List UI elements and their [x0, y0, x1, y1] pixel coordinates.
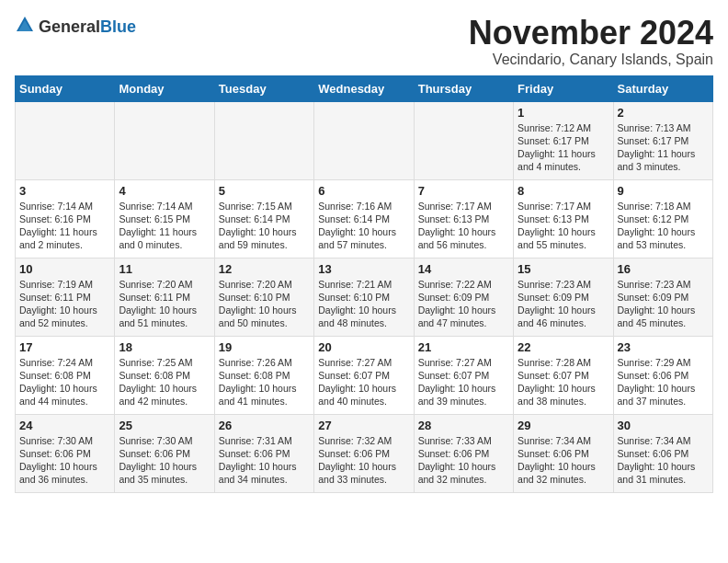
- day-number: 10: [19, 262, 110, 276]
- day-info-line: and 35 minutes.: [119, 474, 188, 485]
- day-info-line: Sunrise: 7:28 AM: [518, 357, 591, 368]
- day-info-line: and 59 minutes.: [219, 239, 288, 250]
- day-info-line: Sunrise: 7:30 AM: [19, 435, 93, 446]
- day-info-line: and 56 minutes.: [418, 239, 487, 250]
- day-info: Sunrise: 7:17 AMSunset: 6:13 PMDaylight:…: [418, 200, 509, 252]
- day-info-line: Daylight: 10 hours: [318, 304, 396, 316]
- day-info-line: and 36 minutes.: [19, 474, 88, 485]
- day-number: 11: [119, 262, 210, 276]
- page-subtitle: Vecindario, Canary Islands, Spain: [469, 52, 713, 68]
- day-info-line: and 2 minutes.: [19, 239, 83, 250]
- logo: GeneralBlue: [15, 15, 136, 39]
- day-info: Sunrise: 7:23 AMSunset: 6:09 PMDaylight:…: [518, 278, 609, 330]
- calendar-body: 1Sunrise: 7:12 AMSunset: 6:17 PMDaylight…: [16, 101, 713, 492]
- logo-general: General: [39, 17, 100, 36]
- day-info-line: Sunset: 6:07 PM: [518, 370, 589, 381]
- day-info: Sunrise: 7:34 AMSunset: 6:06 PMDaylight:…: [518, 434, 609, 487]
- day-info-line: Sunset: 6:15 PM: [119, 213, 190, 224]
- day-info-line: Sunset: 6:06 PM: [618, 448, 689, 459]
- day-info-line: Sunrise: 7:22 AM: [418, 279, 492, 290]
- week-row-2: 3Sunrise: 7:14 AMSunset: 6:16 PMDaylight…: [16, 179, 713, 258]
- day-cell: 14Sunrise: 7:22 AMSunset: 6:09 PMDayligh…: [414, 258, 513, 336]
- day-number: 5: [219, 184, 310, 198]
- day-cell: 8Sunrise: 7:17 AMSunset: 6:13 PMDaylight…: [514, 179, 613, 258]
- day-info-line: Sunrise: 7:13 AM: [618, 122, 691, 133]
- day-number: 13: [318, 262, 409, 276]
- col-header-thursday: Thursday: [414, 75, 513, 101]
- day-info: Sunrise: 7:34 AMSunset: 6:06 PMDaylight:…: [618, 434, 709, 487]
- day-number: 16: [618, 262, 709, 276]
- day-info-line: Sunrise: 7:14 AM: [119, 201, 192, 212]
- day-info: Sunrise: 7:21 AMSunset: 6:10 PMDaylight:…: [318, 278, 409, 330]
- header-row: SundayMondayTuesdayWednesdayThursdayFrid…: [16, 75, 713, 101]
- day-cell: 27Sunrise: 7:32 AMSunset: 6:06 PMDayligh…: [314, 414, 414, 492]
- col-header-tuesday: Tuesday: [214, 75, 313, 101]
- day-cell: 5Sunrise: 7:15 AMSunset: 6:14 PMDaylight…: [214, 179, 313, 258]
- day-info-line: and 32 minutes.: [518, 474, 586, 485]
- day-number: 17: [19, 340, 110, 354]
- day-info: Sunrise: 7:14 AMSunset: 6:16 PMDaylight:…: [19, 200, 110, 252]
- day-info-line: and 39 minutes.: [418, 396, 487, 407]
- col-header-monday: Monday: [115, 75, 214, 101]
- day-info-line: Daylight: 10 hours: [219, 461, 297, 472]
- day-cell: 28Sunrise: 7:33 AMSunset: 6:06 PMDayligh…: [414, 414, 513, 492]
- week-row-5: 24Sunrise: 7:30 AMSunset: 6:06 PMDayligh…: [16, 414, 713, 492]
- day-number: 9: [618, 184, 709, 198]
- day-cell: 20Sunrise: 7:27 AMSunset: 6:07 PMDayligh…: [314, 336, 414, 414]
- day-info: Sunrise: 7:24 AMSunset: 6:08 PMDaylight:…: [19, 356, 110, 408]
- day-number: 21: [418, 340, 509, 354]
- day-info: Sunrise: 7:22 AMSunset: 6:09 PMDaylight:…: [418, 278, 509, 330]
- day-cell: 30Sunrise: 7:34 AMSunset: 6:06 PMDayligh…: [613, 414, 712, 492]
- calendar-table: SundayMondayTuesdayWednesdayThursdayFrid…: [15, 75, 713, 493]
- day-info-line: Sunset: 6:06 PM: [318, 448, 390, 459]
- day-info-line: Sunset: 6:06 PM: [618, 370, 689, 381]
- calendar-header: SundayMondayTuesdayWednesdayThursdayFrid…: [16, 75, 713, 101]
- day-info-line: and 50 minutes.: [219, 317, 288, 328]
- day-info: Sunrise: 7:16 AMSunset: 6:14 PMDaylight:…: [318, 200, 409, 252]
- day-info: Sunrise: 7:27 AMSunset: 6:07 PMDaylight:…: [418, 356, 509, 408]
- day-info-line: Daylight: 10 hours: [219, 226, 297, 237]
- day-info-line: Sunset: 6:13 PM: [418, 213, 490, 224]
- day-info-line: Daylight: 10 hours: [19, 304, 97, 316]
- day-info-line: Sunrise: 7:21 AM: [318, 279, 392, 290]
- day-info-line: and 0 minutes.: [119, 239, 182, 250]
- day-number: 25: [119, 419, 210, 432]
- day-info-line: Sunrise: 7:20 AM: [119, 279, 192, 290]
- day-number: 20: [318, 340, 409, 354]
- day-info-line: and 55 minutes.: [518, 239, 586, 250]
- day-info: Sunrise: 7:15 AMSunset: 6:14 PMDaylight:…: [219, 200, 310, 252]
- day-info-line: Sunrise: 7:34 AM: [518, 435, 591, 446]
- day-cell: [214, 101, 313, 179]
- day-info-line: Sunrise: 7:32 AM: [318, 435, 392, 446]
- day-info-line: Sunrise: 7:19 AM: [19, 279, 93, 290]
- day-info-line: and 48 minutes.: [318, 317, 387, 328]
- day-cell: 9Sunrise: 7:18 AMSunset: 6:12 PMDaylight…: [613, 179, 712, 258]
- day-number: 26: [219, 419, 310, 432]
- day-number: 15: [518, 262, 609, 276]
- day-info-line: Sunrise: 7:24 AM: [19, 357, 93, 368]
- day-info-line: Daylight: 11 hours: [19, 226, 97, 237]
- day-cell: [115, 101, 214, 179]
- day-info-line: Sunrise: 7:14 AM: [19, 201, 93, 212]
- day-info-line: Sunset: 6:17 PM: [618, 135, 689, 146]
- day-number: 12: [219, 262, 310, 276]
- day-info-line: Daylight: 10 hours: [219, 383, 297, 394]
- page-title: November 2024: [469, 15, 713, 52]
- day-info-line: Sunrise: 7:12 AM: [518, 122, 591, 133]
- day-info-line: Sunset: 6:10 PM: [219, 292, 290, 303]
- day-cell: 29Sunrise: 7:34 AMSunset: 6:06 PMDayligh…: [514, 414, 613, 492]
- day-info: Sunrise: 7:19 AMSunset: 6:11 PMDaylight:…: [19, 278, 110, 330]
- day-info-line: Sunrise: 7:20 AM: [219, 279, 292, 290]
- day-info-line: Sunrise: 7:23 AM: [618, 279, 691, 290]
- day-info: Sunrise: 7:20 AMSunset: 6:10 PMDaylight:…: [219, 278, 310, 330]
- day-info-line: and 45 minutes.: [618, 317, 687, 328]
- day-cell: 16Sunrise: 7:23 AMSunset: 6:09 PMDayligh…: [613, 258, 712, 336]
- day-number: 2: [618, 106, 709, 120]
- day-info-line: Daylight: 11 hours: [119, 226, 197, 237]
- day-info-line: Daylight: 10 hours: [418, 226, 496, 237]
- day-info-line: Daylight: 10 hours: [119, 461, 197, 472]
- day-number: 8: [518, 184, 609, 198]
- day-info-line: and 33 minutes.: [318, 474, 387, 485]
- day-info-line: Sunset: 6:13 PM: [518, 213, 589, 224]
- day-number: 30: [618, 419, 709, 432]
